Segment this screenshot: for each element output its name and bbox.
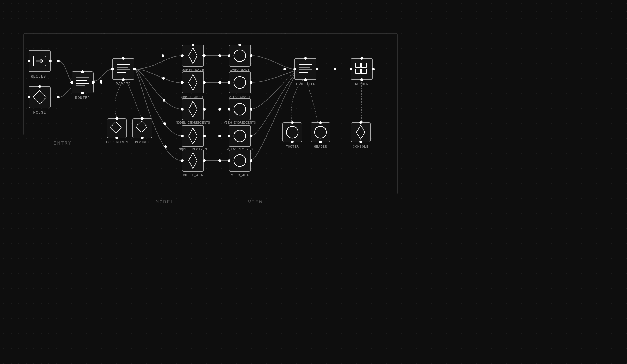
svg-text:INGREDIENTS: INGREDIENTS <box>106 141 128 145</box>
svg-point-9 <box>100 81 102 84</box>
svg-point-8 <box>100 80 102 82</box>
svg-rect-121 <box>229 125 251 147</box>
svg-point-40 <box>28 60 30 62</box>
svg-rect-153 <box>361 63 366 68</box>
svg-point-129 <box>250 159 252 162</box>
svg-text:VIEW_HOME: VIEW_HOME <box>230 69 250 73</box>
svg-text:VIEW_RECIPES: VIEW_RECIPES <box>227 147 253 151</box>
svg-point-26 <box>250 54 252 57</box>
svg-point-159 <box>360 78 363 81</box>
svg-point-66 <box>111 68 114 70</box>
svg-point-10 <box>133 68 136 70</box>
svg-point-114 <box>250 81 252 84</box>
svg-point-106 <box>234 50 246 62</box>
svg-point-33 <box>334 68 336 70</box>
canvas: MODEL VIEW ENTRY <box>0 0 627 364</box>
svg-point-107 <box>228 54 230 57</box>
svg-point-27 <box>250 81 252 84</box>
svg-text:VIEW_ABOUT: VIEW_ABOUT <box>229 96 251 100</box>
svg-text:HEADER: HEADER <box>314 145 327 149</box>
svg-rect-44 <box>33 90 47 104</box>
svg-point-163 <box>359 121 362 124</box>
section-label-view: VIEW <box>248 199 263 205</box>
svg-point-21 <box>218 108 221 111</box>
svg-point-117 <box>234 103 246 115</box>
svg-point-45 <box>28 96 30 98</box>
svg-point-14 <box>163 122 166 125</box>
svg-point-71 <box>115 136 118 139</box>
svg-point-144 <box>291 141 294 143</box>
svg-rect-105 <box>229 45 251 66</box>
svg-text:VIEW_404: VIEW_404 <box>231 173 249 177</box>
svg-text:REQUEST: REQUEST <box>31 74 48 79</box>
svg-rect-126 <box>229 150 251 171</box>
svg-rect-68 <box>107 119 126 138</box>
svg-point-102 <box>181 159 184 162</box>
svg-marker-86 <box>189 74 197 90</box>
svg-point-164 <box>359 141 362 143</box>
svg-point-112 <box>234 77 246 88</box>
svg-point-87 <box>181 81 184 84</box>
svg-rect-95 <box>182 125 204 147</box>
svg-text:VIEW_INGREDIENTS: VIEW_INGREDIENTS <box>224 121 256 125</box>
svg-rect-78 <box>182 45 204 66</box>
svg-point-55 <box>92 81 95 84</box>
svg-point-118 <box>228 108 230 111</box>
svg-text:TEMPLATER: TEMPLATER <box>296 82 316 86</box>
section-label-entry: ENTRY <box>53 141 72 146</box>
svg-point-35 <box>360 121 363 124</box>
svg-point-158 <box>372 68 375 70</box>
svg-point-113 <box>228 81 230 84</box>
svg-rect-152 <box>356 63 360 68</box>
svg-point-139 <box>304 78 307 81</box>
svg-text:ROUTER: ROUTER <box>75 96 90 100</box>
svg-rect-85 <box>182 72 204 93</box>
svg-rect-154 <box>356 69 360 74</box>
svg-text:MODEL_RECIPES: MODEL_RECIPES <box>179 147 207 151</box>
svg-point-93 <box>203 108 206 111</box>
svg-rect-155 <box>361 69 366 74</box>
svg-point-156 <box>350 68 352 70</box>
svg-text:MODEL_404: MODEL_404 <box>183 173 203 177</box>
svg-rect-43 <box>29 86 50 108</box>
svg-point-7 <box>92 80 95 82</box>
svg-text:PARSER: PARSER <box>116 82 131 86</box>
svg-text:FOOTER: FOOTER <box>286 145 299 149</box>
svg-rect-146 <box>311 123 330 142</box>
svg-point-97 <box>181 135 184 137</box>
svg-point-157 <box>360 57 363 60</box>
svg-marker-80 <box>189 48 197 64</box>
svg-text:MOUSE: MOUSE <box>33 111 46 115</box>
svg-point-15 <box>164 145 167 148</box>
section-label-model: MODEL <box>156 199 174 205</box>
svg-rect-141 <box>283 123 302 142</box>
svg-point-25 <box>218 159 221 162</box>
svg-point-13 <box>163 99 165 102</box>
svg-rect-161 <box>351 123 370 142</box>
svg-point-147 <box>315 126 326 138</box>
svg-point-108 <box>250 54 252 57</box>
svg-point-83 <box>192 44 194 46</box>
svg-rect-131 <box>295 58 316 80</box>
svg-point-136 <box>293 68 296 70</box>
svg-point-24 <box>203 159 206 162</box>
svg-point-30 <box>250 159 252 162</box>
svg-point-149 <box>319 141 322 143</box>
svg-point-16 <box>203 54 206 57</box>
svg-rect-151 <box>351 58 372 80</box>
svg-rect-111 <box>229 72 251 93</box>
svg-marker-96 <box>189 128 197 144</box>
svg-point-18 <box>203 81 206 84</box>
svg-point-119 <box>250 108 252 111</box>
svg-rect-0 <box>24 33 104 135</box>
svg-point-34 <box>360 78 363 81</box>
svg-point-17 <box>218 54 221 57</box>
svg-point-148 <box>319 121 322 124</box>
svg-point-11 <box>162 54 164 57</box>
svg-point-31 <box>283 68 286 70</box>
svg-point-6 <box>57 96 60 98</box>
svg-text:MODEL_ABOUT: MODEL_ABOUT <box>181 96 205 100</box>
svg-point-138 <box>316 68 318 70</box>
svg-point-32 <box>316 68 318 70</box>
svg-point-88 <box>203 81 206 84</box>
